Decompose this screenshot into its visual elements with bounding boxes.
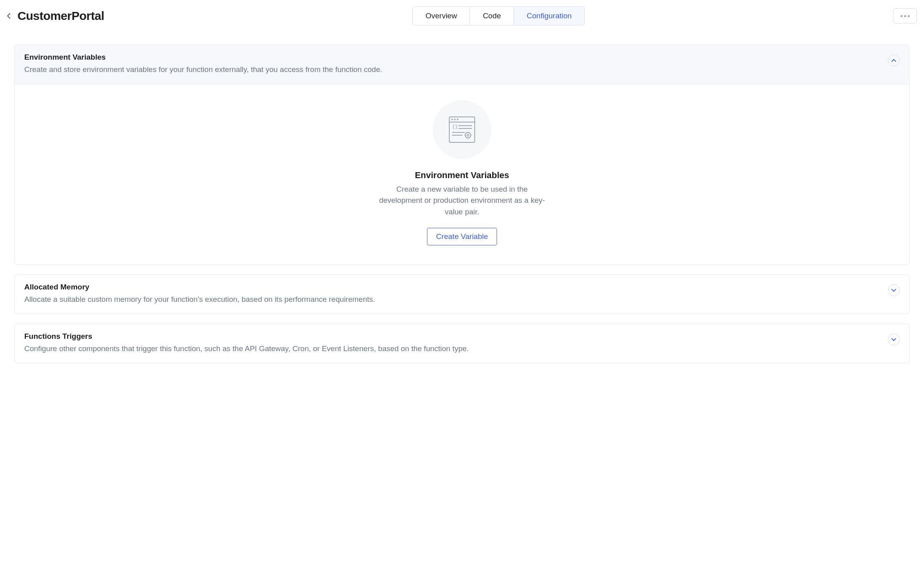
panel-header-allocated-memory[interactable]: Allocated Memory Allocate a suitable cus…: [15, 275, 909, 314]
page-header: CustomerPortal Overview Code Configurati…: [0, 0, 924, 35]
chevron-down-icon: [891, 338, 896, 341]
dot-icon: [908, 15, 910, 17]
panel-description: Create and store environment variables f…: [24, 64, 888, 75]
panel-environment-variables: Environment Variables Create and store e…: [14, 45, 910, 265]
panel-title: Functions Triggers: [24, 332, 888, 341]
svg-point-10: [465, 132, 471, 138]
svg-point-3: [454, 118, 456, 120]
panel-description: Configure other components that trigger …: [24, 343, 888, 354]
page-title: CustomerPortal: [17, 9, 104, 23]
create-variable-button[interactable]: Create Variable: [427, 228, 497, 245]
empty-state-description: Create a new variable to be used in the …: [375, 184, 549, 218]
code-window-icon: {}: [449, 117, 475, 143]
panel-functions-triggers: Functions Triggers Configure other compo…: [14, 324, 910, 363]
chevron-up-icon: [891, 59, 896, 62]
panel-description: Allocate a suitable custom memory for yo…: [24, 294, 888, 305]
expand-toggle[interactable]: [888, 334, 900, 346]
svg-text:{}: {}: [452, 124, 458, 130]
dot-icon: [904, 15, 906, 17]
panel-body-environment-variables: {} Environment Variables Create a new va…: [15, 84, 909, 265]
svg-point-11: [467, 134, 469, 136]
content-area: Environment Variables Create and store e…: [0, 45, 924, 379]
panel-header-functions-triggers[interactable]: Functions Triggers Configure other compo…: [15, 324, 909, 363]
more-menu-button[interactable]: [893, 8, 917, 23]
panel-title: Allocated Memory: [24, 283, 888, 291]
tab-overview[interactable]: Overview: [413, 7, 470, 25]
tab-group: Overview Code Configuration: [412, 6, 585, 25]
expand-toggle[interactable]: [888, 284, 900, 296]
panel-title: Environment Variables: [24, 53, 888, 62]
chevron-left-icon: [7, 13, 11, 19]
empty-state-illustration: {}: [433, 100, 491, 159]
svg-rect-0: [449, 117, 475, 142]
back-button[interactable]: [3, 10, 14, 21]
svg-point-4: [457, 118, 458, 120]
empty-state-title: Environment Variables: [415, 170, 509, 181]
tab-code[interactable]: Code: [470, 7, 514, 25]
dot-icon: [901, 15, 903, 17]
chevron-down-icon: [891, 289, 896, 292]
collapse-toggle[interactable]: [888, 54, 900, 66]
panel-header-environment-variables[interactable]: Environment Variables Create and store e…: [15, 45, 909, 84]
panel-allocated-memory: Allocated Memory Allocate a suitable cus…: [14, 274, 910, 314]
tab-configuration[interactable]: Configuration: [514, 7, 584, 25]
svg-point-2: [451, 118, 453, 120]
